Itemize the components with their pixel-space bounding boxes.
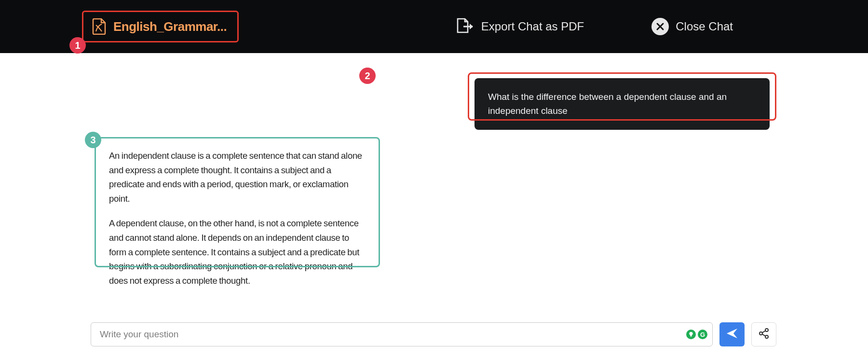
file-chip[interactable]: English_Grammar... xyxy=(82,11,239,42)
composer-row: G xyxy=(91,322,776,346)
app-header: English_Grammar... 1 Export Chat as PDF … xyxy=(0,0,868,53)
chat-area: What is the difference between a depende… xyxy=(0,53,868,359)
close-icon xyxy=(651,18,669,35)
message-input[interactable] xyxy=(99,323,678,346)
close-chat-label: Close Chat xyxy=(676,20,733,33)
assistant-paragraph-1: An independent clause is a complete sent… xyxy=(109,149,366,206)
annotation-badge-2: 2 xyxy=(359,68,376,84)
lightbulb-icon xyxy=(686,330,696,339)
grammarly-widget[interactable]: G xyxy=(686,330,707,339)
close-chat-button[interactable]: Close Chat xyxy=(651,18,733,35)
share-icon xyxy=(758,328,770,341)
header-actions: Export Chat as PDF Close Chat xyxy=(455,18,868,35)
svg-rect-0 xyxy=(691,336,692,337)
export-pdf-label: Export Chat as PDF xyxy=(481,20,584,33)
export-pdf-button[interactable]: Export Chat as PDF xyxy=(455,18,584,35)
assistant-message-bubble: An independent clause is a complete sent… xyxy=(98,140,376,298)
grammarly-icon: G xyxy=(698,330,707,339)
annotation-badge-1: 1 xyxy=(69,37,86,54)
annotation-badge-3: 3 xyxy=(85,132,101,148)
send-button[interactable] xyxy=(719,322,745,346)
file-chip-label: English_Grammar... xyxy=(113,19,227,34)
user-message-text: What is the difference between a depende… xyxy=(488,92,727,116)
assistant-paragraph-2: A dependent clause, on the other hand, i… xyxy=(109,216,366,288)
pdf-file-icon xyxy=(92,18,107,35)
export-icon xyxy=(455,18,475,35)
share-button[interactable] xyxy=(751,322,776,346)
user-message-bubble: What is the difference between a depende… xyxy=(475,78,770,130)
message-input-wrapper: G xyxy=(91,322,713,346)
send-icon xyxy=(726,327,738,342)
